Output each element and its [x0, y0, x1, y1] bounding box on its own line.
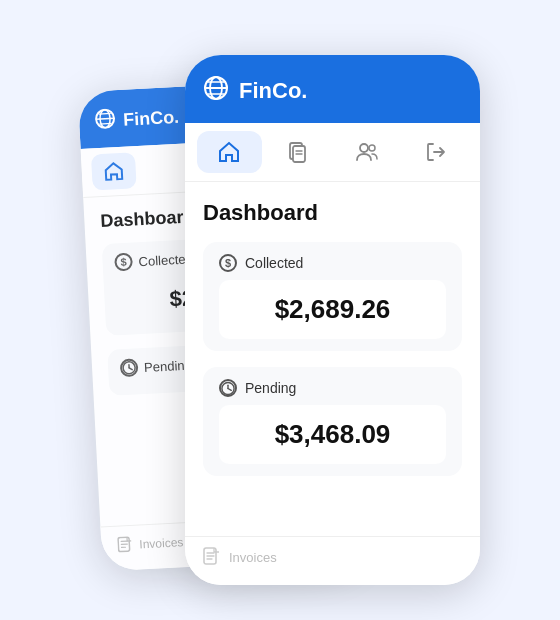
front-collected-value: $2,689.26	[275, 294, 391, 324]
front-pending-value-box: $3,468.09	[219, 405, 446, 464]
back-clock-icon	[120, 358, 139, 377]
front-nav-logout[interactable]	[403, 131, 468, 173]
back-invoices-label: Invoices	[139, 535, 184, 551]
back-invoices-icon	[117, 536, 134, 555]
front-clock-icon	[219, 379, 237, 397]
back-logo-text: FinCo.	[123, 107, 180, 131]
front-pending-label: Pending	[219, 379, 446, 397]
front-pending-card: Pending $3,468.09	[203, 367, 462, 476]
back-dollar-icon: $	[114, 253, 133, 272]
front-collected-value-box: $2,689.26	[219, 280, 446, 339]
front-content: Dashboard $ Collected $2,689.26	[185, 182, 480, 510]
front-collected-label: $ Collected	[219, 254, 446, 272]
svg-line-22	[228, 388, 231, 390]
svg-point-18	[360, 144, 368, 152]
front-dollar-icon: $	[219, 254, 237, 272]
front-header: FinCo.	[185, 55, 480, 123]
svg-line-4	[99, 123, 111, 124]
svg-point-19	[369, 145, 375, 151]
front-nav-documents[interactable]	[266, 131, 331, 173]
phone-front: FinCo.	[185, 55, 480, 585]
front-collected-card: $ Collected $2,689.26	[203, 242, 462, 351]
front-nav-users[interactable]	[335, 131, 400, 173]
front-logo-text: FinCo.	[239, 78, 307, 104]
front-invoices-label: Invoices	[229, 550, 277, 565]
front-pending-value: $3,468.09	[275, 419, 391, 449]
svg-line-3	[99, 113, 111, 114]
back-globe-icon	[95, 108, 116, 134]
front-page-title: Dashboard	[203, 200, 462, 226]
svg-line-2	[96, 118, 114, 119]
svg-line-7	[129, 368, 132, 370]
front-nav-bar	[185, 123, 480, 182]
front-nav-home[interactable]	[197, 131, 262, 173]
front-bottom-nav: Invoices	[185, 536, 480, 585]
back-nav-home[interactable]	[91, 152, 137, 190]
front-globe-icon	[203, 75, 229, 107]
front-invoices-icon	[203, 547, 221, 567]
